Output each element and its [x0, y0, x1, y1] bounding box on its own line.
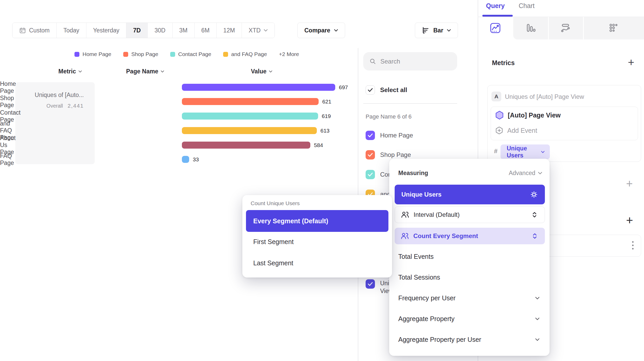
metric-summary-card[interactable]: Uniques of [Auto... Overall 2,441 [15, 82, 95, 164]
report-tab-insights[interactable] [490, 22, 501, 34]
overall-value: 2,441 [67, 103, 84, 109]
date-range-today[interactable]: Today [57, 23, 86, 38]
gear-icon[interactable] [530, 190, 538, 199]
select-all-row[interactable]: Select all [366, 85, 407, 95]
event-name: [Auto] Page View [508, 112, 561, 119]
date-range-12m[interactable]: 12M [217, 23, 242, 38]
menu-item-frequency-per-user[interactable]: Frequency per User [398, 294, 540, 302]
report-tab-funnels[interactable] [525, 22, 536, 34]
measure-pill[interactable]: Unique Users [501, 144, 550, 159]
chevron-down-icon [541, 151, 545, 153]
legend-item[interactable]: and FAQ Page [223, 51, 267, 57]
select-all-checkbox[interactable] [366, 85, 375, 95]
date-range-label: 12M [223, 27, 235, 34]
advanced-label: Advanced [509, 170, 535, 177]
bar[interactable] [182, 113, 318, 120]
chevron-down-icon [535, 317, 540, 320]
stepper-icon[interactable] [532, 211, 537, 218]
check-icon [368, 88, 373, 92]
compare-button[interactable]: Compare [297, 23, 345, 38]
chevron-down-icon [269, 70, 272, 73]
menu-item-label: Count Every Segment [413, 232, 532, 240]
metric-query-card[interactable]: A Uniques of [Auto] Page View [Auto] Pag… [487, 85, 641, 162]
menu-item-aggregate-property-per-user[interactable]: Aggregate Property per User [398, 336, 540, 343]
tab-query[interactable]: Query [486, 2, 505, 10]
date-range-label: Custom [29, 27, 50, 34]
check-icon [368, 172, 373, 177]
chevron-down-icon [78, 70, 82, 73]
search-box[interactable] [363, 52, 457, 71]
date-range-30d[interactable]: 30D [148, 23, 172, 38]
menu-item-first-segment[interactable]: First Segment [253, 238, 294, 246]
legend-item[interactable]: Home Page [74, 51, 111, 57]
menu-item-last-segment[interactable]: Last Segment [253, 259, 293, 267]
add-event-row[interactable]: Add Event [495, 126, 537, 135]
legend-label: Home Page [83, 51, 111, 57]
advanced-toggle[interactable]: Advanced [509, 170, 542, 177]
column-header-value[interactable]: Value [251, 68, 272, 75]
menu-item-every-segment-selected[interactable]: Every Segment (Default) [246, 210, 388, 232]
date-range-xtd[interactable]: XTD [242, 23, 275, 38]
add-filter-button[interactable]: + [626, 178, 633, 189]
menu-item-aggregate-property[interactable]: Aggregate Property [398, 315, 540, 323]
metrics-heading: Metrics [492, 59, 515, 67]
checkbox-checked[interactable] [366, 131, 375, 140]
date-range-label: 6M [201, 27, 210, 34]
metric-overall: Overall 2,441 [46, 103, 84, 109]
legend-more[interactable]: +2 More [279, 51, 299, 57]
report-tab-retention[interactable] [560, 22, 571, 34]
legend-swatch [170, 52, 175, 57]
dots-grid-icon [608, 23, 619, 33]
list-item-shop-page[interactable]: Shop Page [366, 150, 411, 159]
menu-item-label: Aggregate Property per User [398, 336, 481, 343]
menu-item-total-sessions[interactable]: Total Sessions [398, 274, 540, 281]
menu-item-total-events[interactable]: Total Events [398, 253, 540, 260]
more-options-icon[interactable] [632, 241, 634, 249]
add-metric-button[interactable]: + [628, 57, 634, 68]
column-header-metric[interactable]: Metric [58, 68, 82, 75]
date-range-custom[interactable]: Custom [12, 23, 57, 38]
bar[interactable] [182, 142, 310, 149]
flows-icon [560, 23, 571, 33]
add-breakdown-button[interactable]: + [626, 214, 633, 226]
column-bars-icon [525, 23, 536, 33]
report-tab-more[interactable] [608, 22, 619, 34]
event-row[interactable]: [Auto] Page View [495, 110, 561, 120]
column-header-page-name[interactable]: Page Name [126, 68, 164, 75]
search-input[interactable] [380, 58, 443, 65]
bar-value: 621 [322, 99, 331, 105]
measure-hash-glyph: # [494, 148, 497, 155]
stepper-icon[interactable] [532, 232, 538, 240]
date-range-3m[interactable]: 3M [173, 23, 195, 38]
count-unique-users-menu: Count Unique Users Every Segment (Defaul… [242, 195, 392, 277]
bar[interactable] [182, 127, 317, 134]
date-range-yesterday[interactable]: Yesterday [86, 23, 126, 38]
list-item-home-page[interactable]: Home Page [366, 131, 413, 140]
checkbox-checked[interactable] [366, 150, 375, 159]
chart-type-button[interactable]: Bar [415, 23, 458, 38]
date-range-label: 3M [179, 27, 188, 34]
list-item-metric[interactable]: Uniques of [Auto] Page View [366, 279, 393, 295]
bar[interactable] [182, 98, 319, 105]
chevron-down-icon [447, 29, 451, 32]
date-range-6m[interactable]: 6M [195, 23, 217, 38]
menu-item-label: Aggregate Property [398, 315, 455, 323]
menu-item-interval[interactable]: Interval (Default) [395, 206, 545, 223]
date-range-label: 30D [154, 27, 165, 34]
measuring-menu: Measuring Advanced Unique Users Interval… [389, 159, 550, 356]
strip-separator [548, 17, 549, 39]
checkbox-checked[interactable] [366, 279, 375, 289]
checkbox-checked[interactable] [366, 170, 375, 179]
legend-item[interactable]: Contact Page [170, 51, 211, 57]
menu-item-label: Frequency per User [398, 294, 456, 302]
date-range-label: XTD [249, 27, 261, 34]
bar[interactable] [182, 156, 189, 163]
legend-label: Contact Page [178, 51, 211, 57]
legend-item[interactable]: Shop Page [123, 51, 158, 57]
tab-chart[interactable]: Chart [519, 2, 535, 10]
date-range-7d[interactable]: 7D [126, 23, 148, 38]
line-chart-icon [490, 23, 501, 33]
bar[interactable] [182, 84, 335, 91]
menu-item-unique-users-selected[interactable]: Unique Users [395, 185, 545, 204]
menu-item-count-every-segment[interactable]: Count Every Segment [395, 228, 545, 244]
